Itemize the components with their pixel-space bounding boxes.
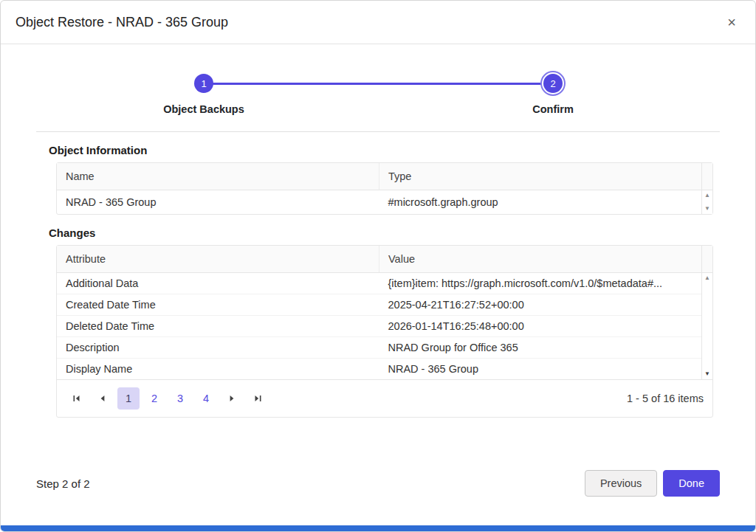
stepper-divider [36,131,720,132]
previous-button[interactable]: Previous [585,470,657,497]
scroll-up-icon[interactable]: ▲ [704,193,710,198]
table-row[interactable]: Created Date Time 2025-04-21T16:27:52+00… [57,294,701,316]
pager-info: 1 - 5 of 16 items [627,393,704,404]
pager-page-3[interactable]: 3 [169,387,191,410]
dialog-title: Object Restore - NRAD - 365 Group [16,15,228,30]
value-cell: 2026-01-14T16:25:48+00:00 [379,316,702,336]
pager-page-4[interactable]: 4 [195,387,217,410]
object-information-grid: Name Type NRAD - 365 Group #microsoft.gr… [56,162,713,215]
changes-body: Additional Data {item}item: https://grap… [57,273,712,379]
attribute-cell: Additional Data [57,273,379,294]
caret-right-icon [226,393,238,404]
table-row[interactable]: Description NRAD Group for Office 365 [57,337,701,359]
table-row[interactable]: Deleted Date Time 2026-01-14T16:25:48+00… [57,316,701,337]
attribute-cell: Deleted Date Time [57,316,379,336]
table-row[interactable]: Additional Data {item}item: https://grap… [57,273,701,294]
pager-prev-button[interactable] [92,387,114,410]
step-1-label: Object Backups [137,103,270,115]
object-information-body: NRAD - 365 Group #microsoft.graph.group … [57,190,712,214]
table-row[interactable]: Display Name NRAD - 365 Group [57,359,701,379]
dialog-footer: Step 2 of 2 Previous Done [1,470,755,497]
changes-header-row: Attribute Value [57,246,712,273]
attribute-cell: Display Name [57,359,379,379]
caret-left-icon [97,393,109,404]
changes-heading: Changes [49,227,720,239]
attribute-cell: Created Date Time [57,294,379,315]
done-button[interactable]: Done [663,470,720,497]
pager-last-button[interactable] [247,387,269,410]
scrollbar-header-spacer [701,163,712,190]
object-type-cell: #microsoft.graph.group [379,190,702,214]
scroll-down-icon[interactable]: ▼ [704,371,710,377]
pager-page-2[interactable]: 2 [143,387,165,410]
object-information-heading: Object Information [49,144,720,156]
table-row[interactable]: NRAD - 365 Group #microsoft.graph.group [57,190,701,214]
object-information-scrollbar[interactable]: ▲ ▼ [701,190,712,214]
pager: 1 2 3 4 1 - 5 of 16 items [57,379,712,417]
column-header-name[interactable]: Name [57,163,379,190]
pager-first-button[interactable] [66,387,88,410]
column-header-value[interactable]: Value [379,246,701,272]
column-header-type[interactable]: Type [379,163,701,190]
attribute-cell: Description [57,337,379,358]
stepper-step-confirm[interactable]: 2 Confirm [487,74,619,115]
value-cell: NRAD Group for Office 365 [379,337,702,358]
scrollbar-header-spacer [701,246,712,272]
step-progress-label: Step 2 of 2 [36,477,90,490]
close-icon[interactable]: × [723,13,740,31]
dialog-titlebar: Object Restore - NRAD - 365 Group × [1,1,755,44]
bottom-accent-bar [1,525,755,531]
pager-next-button[interactable] [221,387,243,410]
stepper: 1 Object Backups 2 Confirm [1,44,755,131]
object-name-cell: NRAD - 365 Group [57,190,379,214]
caret-to-left-icon [71,393,83,404]
value-cell: 2025-04-21T16:27:52+00:00 [379,294,702,315]
scroll-up-icon[interactable]: ▲ [704,275,710,281]
changes-grid: Attribute Value Additional Data {item}it… [56,245,713,418]
value-cell: {item}item: https://graph.microsoft.com/… [379,273,702,294]
column-header-attribute[interactable]: Attribute [57,246,379,272]
step-1-indicator: 1 [194,74,213,93]
caret-to-right-icon [252,393,264,404]
dialog-content: Object Information Name Type NRAD - 365 … [1,144,755,418]
stepper-step-object-backups[interactable]: 1 Object Backups [137,74,270,115]
object-restore-dialog: Object Restore - NRAD - 365 Group × 1 Ob… [0,0,756,532]
step-2-indicator: 2 [543,74,563,93]
changes-scrollbar[interactable]: ▲ ▼ [701,273,712,379]
value-cell: NRAD - 365 Group [379,359,702,379]
scroll-down-icon[interactable]: ▼ [704,206,710,212]
pager-page-1[interactable]: 1 [117,387,140,410]
step-2-label: Confirm [487,103,619,115]
object-information-header-row: Name Type [57,163,712,190]
